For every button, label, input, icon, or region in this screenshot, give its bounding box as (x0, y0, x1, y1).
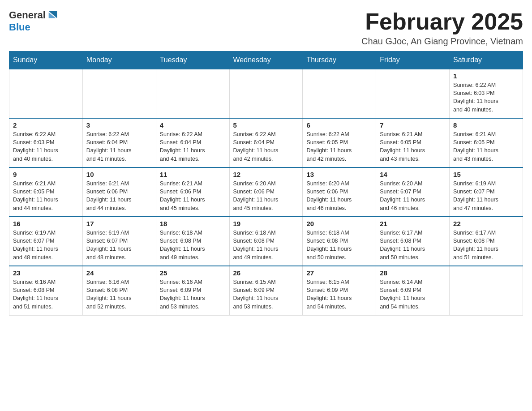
day-info: Sunrise: 6:22 AM Sunset: 6:04 PM Dayligh… (86, 130, 152, 163)
day-info: Sunrise: 6:21 AM Sunset: 6:05 PM Dayligh… (453, 130, 519, 163)
calendar-cell: 11Sunrise: 6:21 AM Sunset: 6:06 PM Dayli… (156, 167, 229, 217)
calendar-cell (82, 69, 156, 118)
calendar-cell: 13Sunrise: 6:20 AM Sunset: 6:06 PM Dayli… (303, 167, 376, 217)
day-info: Sunrise: 6:15 AM Sunset: 6:09 PM Dayligh… (306, 278, 372, 311)
day-info: Sunrise: 6:21 AM Sunset: 6:06 PM Dayligh… (86, 180, 152, 212)
calendar-cell: 28Sunrise: 6:14 AM Sunset: 6:09 PM Dayli… (376, 266, 450, 315)
logo: General Blue (9, 9, 59, 33)
calendar-cell: 7Sunrise: 6:21 AM Sunset: 6:05 PM Daylig… (376, 118, 450, 167)
calendar-cell: 5Sunrise: 6:22 AM Sunset: 6:04 PM Daylig… (229, 118, 303, 167)
calendar-week-row: 9Sunrise: 6:21 AM Sunset: 6:05 PM Daylig… (9, 167, 523, 217)
day-info: Sunrise: 6:18 AM Sunset: 6:08 PM Dayligh… (306, 229, 372, 261)
logo-general: General (9, 9, 46, 21)
day-info: Sunrise: 6:17 AM Sunset: 6:08 PM Dayligh… (380, 229, 446, 261)
day-number: 25 (160, 269, 226, 277)
calendar-cell: 14Sunrise: 6:20 AM Sunset: 6:07 PM Dayli… (376, 167, 450, 217)
calendar-cell: 17Sunrise: 6:19 AM Sunset: 6:07 PM Dayli… (82, 217, 156, 266)
calendar-cell: 15Sunrise: 6:19 AM Sunset: 6:07 PM Dayli… (450, 167, 523, 217)
day-number: 15 (453, 171, 519, 178)
day-number: 19 (233, 220, 299, 227)
day-number: 14 (380, 171, 446, 178)
day-number: 21 (380, 220, 446, 227)
day-info: Sunrise: 6:20 AM Sunset: 6:06 PM Dayligh… (306, 180, 372, 212)
calendar-header-row: SundayMondayTuesdayWednesdayThursdayFrid… (9, 51, 523, 69)
day-info: Sunrise: 6:22 AM Sunset: 6:04 PM Dayligh… (233, 130, 299, 163)
calendar-cell: 2Sunrise: 6:22 AM Sunset: 6:03 PM Daylig… (9, 118, 83, 167)
month-title: February 2025 (361, 9, 523, 34)
day-number: 23 (13, 269, 79, 277)
day-number: 1 (453, 72, 519, 80)
day-info: Sunrise: 6:20 AM Sunset: 6:07 PM Dayligh… (380, 180, 446, 212)
calendar-header-wednesday: Wednesday (229, 51, 303, 69)
day-info: Sunrise: 6:21 AM Sunset: 6:05 PM Dayligh… (380, 130, 446, 163)
day-info: Sunrise: 6:17 AM Sunset: 6:08 PM Dayligh… (453, 229, 519, 261)
subtitle: Chau GJoc, An Giang Province, Vietnam (361, 36, 523, 47)
calendar-cell (376, 69, 450, 118)
day-info: Sunrise: 6:18 AM Sunset: 6:08 PM Dayligh… (160, 229, 226, 261)
calendar-cell: 18Sunrise: 6:18 AM Sunset: 6:08 PM Dayli… (156, 217, 229, 266)
day-info: Sunrise: 6:22 AM Sunset: 6:03 PM Dayligh… (13, 130, 79, 163)
calendar-cell (450, 266, 523, 315)
day-number: 24 (86, 269, 152, 277)
day-info: Sunrise: 6:16 AM Sunset: 6:08 PM Dayligh… (13, 278, 79, 311)
day-info: Sunrise: 6:19 AM Sunset: 6:07 PM Dayligh… (86, 229, 152, 261)
day-number: 12 (233, 171, 299, 178)
day-info: Sunrise: 6:20 AM Sunset: 6:06 PM Dayligh… (233, 180, 299, 212)
calendar-header-sunday: Sunday (9, 51, 83, 69)
calendar-cell (303, 69, 376, 118)
calendar-week-row: 2Sunrise: 6:22 AM Sunset: 6:03 PM Daylig… (9, 118, 523, 167)
day-info: Sunrise: 6:19 AM Sunset: 6:07 PM Dayligh… (453, 180, 519, 212)
day-number: 9 (13, 171, 79, 178)
calendar-cell: 19Sunrise: 6:18 AM Sunset: 6:08 PM Dayli… (229, 217, 303, 266)
day-number: 10 (86, 171, 152, 178)
day-info: Sunrise: 6:14 AM Sunset: 6:09 PM Dayligh… (380, 278, 446, 311)
calendar-cell: 20Sunrise: 6:18 AM Sunset: 6:08 PM Dayli… (303, 217, 376, 266)
title-block: February 2025 Chau GJoc, An Giang Provin… (361, 9, 523, 47)
day-number: 13 (306, 171, 372, 178)
day-number: 3 (86, 121, 152, 129)
calendar-table: SundayMondayTuesdayWednesdayThursdayFrid… (9, 51, 523, 316)
calendar-cell: 16Sunrise: 6:19 AM Sunset: 6:07 PM Dayli… (9, 217, 83, 266)
calendar-header-thursday: Thursday (303, 51, 376, 69)
calendar-cell: 24Sunrise: 6:16 AM Sunset: 6:08 PM Dayli… (82, 266, 156, 315)
calendar-cell: 22Sunrise: 6:17 AM Sunset: 6:08 PM Dayli… (450, 217, 523, 266)
page-header: General Blue February 2025 Chau GJoc, An… (9, 9, 523, 47)
calendar-header-friday: Friday (376, 51, 450, 69)
day-number: 17 (86, 220, 152, 227)
day-info: Sunrise: 6:21 AM Sunset: 6:06 PM Dayligh… (160, 180, 226, 212)
day-number: 5 (233, 121, 299, 129)
calendar-week-row: 23Sunrise: 6:16 AM Sunset: 6:08 PM Dayli… (9, 266, 523, 315)
calendar-header-saturday: Saturday (450, 51, 523, 69)
day-number: 7 (380, 121, 446, 129)
day-info: Sunrise: 6:22 AM Sunset: 6:03 PM Dayligh… (453, 81, 519, 114)
calendar-cell: 21Sunrise: 6:17 AM Sunset: 6:08 PM Dayli… (376, 217, 450, 266)
day-number: 16 (13, 220, 79, 227)
day-number: 8 (453, 121, 519, 129)
calendar-cell: 23Sunrise: 6:16 AM Sunset: 6:08 PM Dayli… (9, 266, 83, 315)
day-number: 20 (306, 220, 372, 227)
day-info: Sunrise: 6:19 AM Sunset: 6:07 PM Dayligh… (13, 229, 79, 261)
day-info: Sunrise: 6:22 AM Sunset: 6:04 PM Dayligh… (160, 130, 226, 163)
day-number: 4 (160, 121, 226, 129)
logo-blue: Blue (9, 21, 30, 33)
day-info: Sunrise: 6:18 AM Sunset: 6:08 PM Dayligh… (233, 229, 299, 261)
calendar-cell: 6Sunrise: 6:22 AM Sunset: 6:05 PM Daylig… (303, 118, 376, 167)
day-info: Sunrise: 6:16 AM Sunset: 6:09 PM Dayligh… (160, 278, 226, 311)
calendar-cell: 8Sunrise: 6:21 AM Sunset: 6:05 PM Daylig… (450, 118, 523, 167)
calendar-cell: 4Sunrise: 6:22 AM Sunset: 6:04 PM Daylig… (156, 118, 229, 167)
day-info: Sunrise: 6:21 AM Sunset: 6:05 PM Dayligh… (13, 180, 79, 212)
calendar-header-monday: Monday (82, 51, 156, 69)
day-number: 18 (160, 220, 226, 227)
day-info: Sunrise: 6:15 AM Sunset: 6:09 PM Dayligh… (233, 278, 299, 311)
calendar-cell (229, 69, 303, 118)
day-number: 11 (160, 171, 226, 178)
day-info: Sunrise: 6:22 AM Sunset: 6:05 PM Dayligh… (306, 130, 372, 163)
calendar-cell: 3Sunrise: 6:22 AM Sunset: 6:04 PM Daylig… (82, 118, 156, 167)
calendar-cell: 1Sunrise: 6:22 AM Sunset: 6:03 PM Daylig… (450, 69, 523, 118)
day-number: 26 (233, 269, 299, 277)
calendar-header-tuesday: Tuesday (156, 51, 229, 69)
calendar-cell (9, 69, 83, 118)
calendar-cell: 9Sunrise: 6:21 AM Sunset: 6:05 PM Daylig… (9, 167, 83, 217)
day-number: 28 (380, 269, 446, 277)
calendar-cell: 27Sunrise: 6:15 AM Sunset: 6:09 PM Dayli… (303, 266, 376, 315)
